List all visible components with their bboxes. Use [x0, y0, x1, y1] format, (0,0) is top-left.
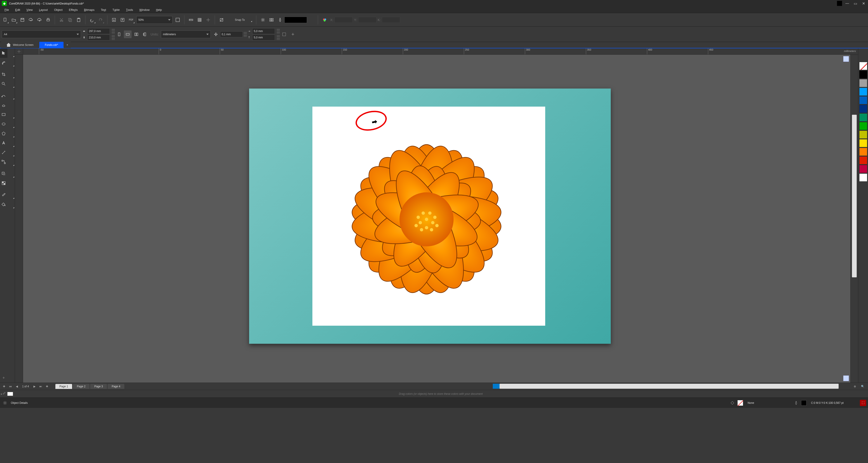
add-toolbar-item-button[interactable]: +: [288, 30, 298, 39]
ruler-origin[interactable]: [15, 48, 23, 55]
add-page-button[interactable]: ✚: [1, 384, 7, 389]
polygon-tool[interactable]: [0, 129, 7, 138]
fullscreen-preview-button[interactable]: [174, 16, 182, 24]
menu-edit[interactable]: Edit: [12, 7, 23, 12]
viewport[interactable]: ➡: [23, 55, 850, 383]
menu-help[interactable]: Help: [153, 7, 165, 12]
page-tab-1[interactable]: Page 1: [55, 384, 72, 389]
vertical-ruler[interactable]: [15, 55, 23, 383]
freehand-tool[interactable]: [0, 91, 7, 100]
scroll-thumb[interactable]: [852, 115, 857, 277]
color-swatch[interactable]: [859, 148, 867, 156]
crop-tool-flyout[interactable]: [7, 70, 15, 79]
outline-indicator-icon[interactable]: [793, 400, 799, 406]
show-grid-button[interactable]: [196, 16, 204, 24]
show-rulers-button[interactable]: [187, 16, 195, 24]
horizontal-ruler[interactable]: -50 0 50 100 150 200 250 300 350 400 450…: [15, 48, 858, 55]
maximize-button[interactable]: ▭: [851, 0, 860, 7]
next-page-button[interactable]: ▶: [31, 384, 37, 389]
dim-tool-flyout[interactable]: [7, 148, 15, 157]
scroll-right-button[interactable]: [839, 384, 845, 389]
drop-shadow-tool[interactable]: [0, 169, 7, 178]
eyedropper-tool-flyout[interactable]: [7, 190, 15, 200]
menu-effects[interactable]: Effects: [66, 7, 81, 12]
fill-flyout[interactable]: [307, 16, 315, 24]
portrait-button[interactable]: [115, 31, 123, 38]
menu-file[interactable]: File: [1, 7, 12, 12]
shape-tool[interactable]: [0, 58, 7, 67]
horizontal-scrollbar[interactable]: [493, 384, 845, 389]
color-swatch[interactable]: [859, 173, 867, 181]
text-tool[interactable]: [0, 138, 7, 148]
crop-tool[interactable]: [0, 70, 7, 79]
document-tab-active[interactable]: Fondo.cdr*: [39, 42, 64, 48]
color-swatch[interactable]: [859, 165, 867, 173]
first-page-button[interactable]: ⏮: [7, 384, 13, 389]
pick-tool-flyout[interactable]: [7, 48, 15, 58]
menu-window[interactable]: Window: [136, 7, 153, 12]
ellipse-tool-flyout[interactable]: [7, 119, 15, 129]
page-tab-4[interactable]: Page 4: [107, 384, 124, 389]
add-page-after-button[interactable]: ✚: [44, 384, 50, 389]
scroll-down-button[interactable]: [850, 376, 858, 383]
status-options-icon[interactable]: [2, 400, 8, 406]
minimize-button[interactable]: —: [843, 0, 851, 7]
export-button[interactable]: [119, 16, 126, 24]
parallel-dim-tool[interactable]: [0, 148, 7, 157]
color-swatch[interactable]: [859, 96, 867, 104]
menu-layout[interactable]: Layout: [36, 7, 51, 12]
save-button[interactable]: [19, 16, 26, 24]
menu-tools[interactable]: Tools: [123, 7, 136, 12]
cloud-open-icon[interactable]: [27, 16, 35, 24]
paste-button[interactable]: [75, 16, 83, 24]
color-swatch[interactable]: [859, 113, 867, 122]
color-swatch[interactable]: [859, 156, 867, 164]
view-navigator-top-icon[interactable]: [843, 56, 849, 62]
tray-eyedropper-icon[interactable]: [2, 392, 6, 396]
color-swatch[interactable]: [859, 131, 867, 139]
menu-text[interactable]: Text: [98, 7, 109, 12]
dup-x-input[interactable]: 5,0 mm: [252, 28, 275, 34]
ellipse-tool[interactable]: [0, 119, 7, 129]
menu-view[interactable]: View: [23, 7, 36, 12]
zoom-level-dropdown[interactable]: 50%: [136, 16, 173, 24]
color-styles-icon[interactable]: [321, 16, 329, 24]
options-layout-button[interactable]: [268, 16, 275, 24]
pen-tool-icon[interactable]: [276, 16, 284, 24]
connector-tool[interactable]: [0, 157, 7, 167]
menu-table[interactable]: Table: [109, 7, 123, 12]
snap-off-button[interactable]: [218, 16, 225, 24]
coord-x-input[interactable]: [335, 17, 352, 23]
vertical-scrollbar[interactable]: [850, 55, 858, 383]
shape-tool-flyout[interactable]: [7, 58, 15, 67]
scroll-left-button[interactable]: [493, 384, 500, 389]
toolbox-add-button[interactable]: +: [0, 373, 7, 383]
show-guidelines-button[interactable]: [204, 16, 212, 24]
color-swatch[interactable]: [859, 105, 867, 113]
color-swatch[interactable]: [859, 88, 867, 96]
text-tool-flyout[interactable]: [7, 138, 15, 148]
publish-pdf-button[interactable]: PDF: [127, 16, 135, 24]
color-swatch[interactable]: [859, 139, 867, 147]
snap-to-dropdown[interactable]: Snap To: [226, 16, 253, 24]
navigator-icon[interactable]: 🔍: [860, 384, 866, 389]
layout-reset-icon[interactable]: [836, 0, 843, 7]
hscroll-thumb[interactable]: [500, 384, 839, 389]
import-button[interactable]: [110, 16, 118, 24]
new-document-tab-button[interactable]: +: [64, 42, 71, 48]
cut-button[interactable]: [58, 16, 65, 24]
connector-tool-flyout[interactable]: [7, 157, 15, 167]
color-swatch[interactable]: [859, 122, 867, 130]
scroll-up-button[interactable]: [850, 56, 858, 63]
units-dropdown[interactable]: millimeters: [161, 31, 211, 38]
pick-tool[interactable]: [0, 48, 7, 58]
tray-swatch[interactable]: [7, 392, 13, 396]
polygon-tool-flyout[interactable]: [7, 129, 15, 138]
rectangle-tool-flyout[interactable]: [7, 110, 15, 119]
copy-button[interactable]: [66, 16, 74, 24]
artistic-media-tool[interactable]: [0, 100, 7, 110]
fill-tool-flyout[interactable]: [7, 200, 15, 209]
dup-y-input[interactable]: 5,0 mm: [252, 35, 275, 40]
bitmap-object[interactable]: ➡: [312, 107, 545, 326]
freehand-tool-flyout[interactable]: [7, 91, 15, 100]
